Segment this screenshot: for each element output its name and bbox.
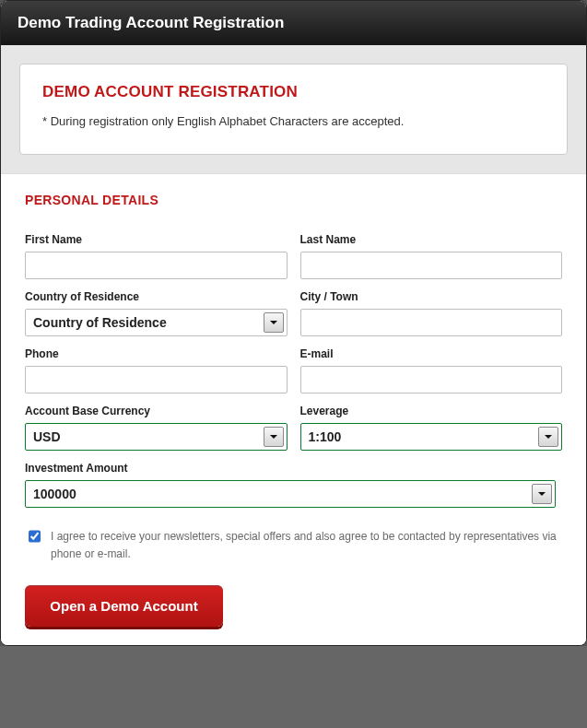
- consent-row: I agree to receive your newsletters, spe…: [25, 528, 562, 563]
- currency-selected-value: USD: [33, 429, 61, 444]
- city-label: City / Town: [300, 290, 563, 303]
- email-label: E-mail: [300, 347, 563, 360]
- consent-checkbox[interactable]: [29, 530, 41, 543]
- leverage-select[interactable]: 1:100: [300, 423, 563, 451]
- window-titlebar: Demo Trading Account Registration: [1, 1, 586, 45]
- leverage-selected-value: 1:100: [309, 429, 342, 444]
- window-title: Demo Trading Account Registration: [18, 14, 284, 31]
- last-name-label: Last Name: [300, 233, 563, 246]
- chevron-down-icon: [538, 427, 558, 447]
- leverage-label: Leverage: [300, 405, 563, 417]
- currency-label: Account Base Currency: [25, 405, 288, 417]
- investment-select[interactable]: 100000: [25, 480, 556, 508]
- investment-label: Investment Amount: [25, 462, 556, 475]
- currency-select[interactable]: USD: [25, 423, 288, 451]
- last-name-input[interactable]: [300, 252, 563, 279]
- country-label: Country of Residence: [25, 290, 288, 303]
- submit-button[interactable]: Open a Demo Account: [25, 585, 223, 627]
- email-input[interactable]: [300, 366, 563, 393]
- registration-window: Demo Trading Account Registration DEMO A…: [0, 0, 587, 646]
- form-panel: PERSONAL DETAILS First Name Last Name Co…: [1, 173, 586, 645]
- city-input[interactable]: [300, 309, 563, 336]
- chevron-down-icon: [532, 484, 552, 504]
- chevron-down-icon: [264, 312, 284, 333]
- section-personal-title: PERSONAL DETAILS: [25, 193, 562, 207]
- phone-input[interactable]: [25, 366, 288, 393]
- phone-label: Phone: [25, 347, 288, 360]
- investment-selected-value: 100000: [33, 487, 76, 501]
- chevron-down-icon: [264, 427, 284, 447]
- notice-heading: DEMO ACCOUNT REGISTRATION: [42, 83, 545, 101]
- first-name-label: First Name: [25, 233, 288, 246]
- consent-text: I agree to receive your newsletters, spe…: [51, 528, 562, 563]
- notice-text: * During registration only English Alpha…: [42, 114, 545, 128]
- notice-box: DEMO ACCOUNT REGISTRATION * During regis…: [19, 64, 568, 155]
- country-select[interactable]: Country of Residence: [25, 309, 288, 336]
- first-name-input[interactable]: [25, 252, 288, 279]
- country-selected-value: Country of Residence: [33, 315, 167, 330]
